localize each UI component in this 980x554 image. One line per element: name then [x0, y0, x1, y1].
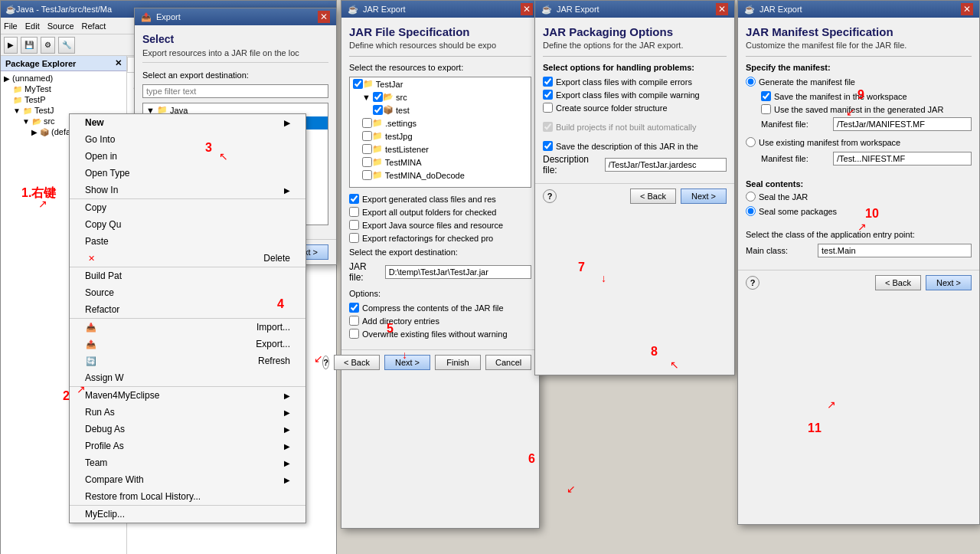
- save-desc-checkbox[interactable]: [543, 141, 553, 151]
- help-icon[interactable]: ?: [543, 189, 557, 203]
- dialog-jar-manifest-close[interactable]: ✕: [961, 3, 973, 15]
- ctx-copy[interactable]: Copy: [70, 198, 305, 216]
- tree-testjpg[interactable]: 📁 testJpg: [350, 129, 531, 143]
- export-class-checkbox[interactable]: [349, 194, 359, 204]
- compress-checkbox[interactable]: [349, 303, 359, 313]
- use-saved-manifest-checkbox[interactable]: [761, 104, 771, 114]
- menu-edit[interactable]: Edit: [25, 21, 40, 31]
- dialog-jar-spec-close[interactable]: ✕: [521, 3, 533, 15]
- build-projects-checkbox[interactable]: [543, 122, 553, 132]
- ctx-myeclipse[interactable]: MyEclip...: [70, 505, 305, 523]
- testmina-checkbox[interactable]: [362, 157, 372, 167]
- use-existing-manifest-radio[interactable]: [746, 137, 756, 147]
- ctx-run-as[interactable]: Run As ▶: [70, 404, 305, 421]
- toolbar-btn-3[interactable]: ⚙: [41, 37, 55, 54]
- create-source-checkbox[interactable]: [543, 103, 553, 113]
- ctx-go-into[interactable]: Go Into: [70, 131, 305, 148]
- dialog-select-filter[interactable]: [142, 84, 328, 98]
- tree-item-testp[interactable]: 📁 TestP: [2, 94, 125, 105]
- ctx-profile-as[interactable]: Profile As ▶: [70, 438, 305, 454]
- ctx-open-type[interactable]: Open Type: [70, 165, 305, 182]
- export-compile-errors-checkbox[interactable]: [543, 77, 553, 87]
- ctx-copy-qu[interactable]: Copy Qu: [70, 216, 305, 233]
- dialog-jar-packaging-next[interactable]: Next >: [681, 188, 727, 204]
- desc-file-input[interactable]: [605, 158, 727, 172]
- ctx-build-pat[interactable]: Build Pat: [70, 267, 305, 284]
- ctx-refresh[interactable]: 🔄 Refresh: [70, 352, 305, 369]
- export-compile-warnings-checkbox[interactable]: [543, 90, 553, 100]
- dialog-jar-spec-title: JAR Export: [363, 5, 406, 14]
- dialog-jar-manifest-footer: ? < Back Next >: [738, 270, 979, 295]
- settings-checkbox[interactable]: [362, 118, 372, 128]
- export-java-checkbox[interactable]: [349, 220, 359, 230]
- seal-jar-radio[interactable]: [746, 192, 756, 202]
- tree-testjar[interactable]: 📁 TestJar: [350, 77, 531, 90]
- tree-src[interactable]: ▼ 📂 src: [350, 90, 531, 103]
- help-icon[interactable]: ?: [746, 276, 760, 290]
- tree-testmina-decode[interactable]: 📁 TestMINA_doDecode: [350, 169, 531, 182]
- testminadecode-checkbox[interactable]: [362, 170, 372, 180]
- menu-source[interactable]: Source: [47, 21, 74, 31]
- ctx-new[interactable]: New ▶: [70, 114, 305, 131]
- pkg-close-icon[interactable]: ✕: [115, 58, 122, 68]
- tree-mytest-label: MyTest: [24, 84, 51, 93]
- pkg-icon: 📦: [40, 128, 49, 136]
- ctx-show-in[interactable]: Show In ▶: [70, 182, 305, 198]
- dialog-jar-manifest-next[interactable]: Next >: [926, 275, 972, 290]
- tree-test[interactable]: 📦 test: [350, 103, 531, 116]
- arrow-icon: ▶: [284, 186, 290, 195]
- ctx-import[interactable]: 📥 Import...: [70, 318, 305, 336]
- ctx-compare-with[interactable]: Compare With ▶: [70, 471, 305, 488]
- ctx-open-in[interactable]: Open in: [70, 148, 305, 165]
- testjpg-checkbox[interactable]: [362, 131, 372, 141]
- toolbar-btn-4[interactable]: 🔧: [58, 37, 75, 54]
- ctx-maven[interactable]: Maven4MyEclipse ▶: [70, 386, 305, 404]
- add-dir-checkbox[interactable]: [349, 316, 359, 326]
- export-refactoring-checkbox[interactable]: [349, 233, 359, 243]
- dialog-select-close[interactable]: ✕: [318, 11, 330, 23]
- src-checkbox[interactable]: [373, 92, 383, 102]
- seal-packages-radio[interactable]: [746, 206, 756, 216]
- dialog-jar-packaging-close[interactable]: ✕: [716, 3, 728, 15]
- dialog-jar-spec: ☕ JAR Export ✕ JAR File Specification De…: [341, 0, 540, 529]
- ctx-restore[interactable]: Restore from Local History...: [70, 488, 305, 505]
- jar-spec-tree[interactable]: 📁 TestJar ▼ 📂 src 📦 test 📁 .settings 📁 t…: [349, 77, 531, 188]
- export-all-checkbox[interactable]: [349, 207, 359, 217]
- menu-file[interactable]: File: [4, 21, 18, 31]
- toolbar-btn-1[interactable]: ▶: [4, 37, 18, 54]
- tree-item-unnamed[interactable]: ▶ (unnamed): [2, 73, 125, 84]
- generate-manifest-label: Generate the manifest file: [759, 77, 855, 87]
- save-manifest-row: Save the manifest in the workspace: [761, 91, 972, 101]
- toolbar-btn-2[interactable]: 💾: [21, 37, 38, 54]
- manifest-file-2-input[interactable]: [833, 152, 972, 166]
- testjar-checkbox[interactable]: [353, 79, 363, 89]
- tree-item-mytest[interactable]: 📁 MyTest: [2, 84, 125, 94]
- overwrite-checkbox[interactable]: [349, 329, 359, 339]
- dialog-jar-manifest-back[interactable]: < Back: [875, 275, 921, 290]
- save-manifest-checkbox[interactable]: [761, 91, 771, 101]
- ctx-source[interactable]: Source: [70, 284, 305, 301]
- test-checkbox[interactable]: [373, 105, 383, 115]
- dialog-jar-spec-next[interactable]: Next >: [384, 355, 430, 370]
- manifest-file-1-input[interactable]: [833, 117, 972, 131]
- ctx-refactor[interactable]: Refactor: [70, 301, 305, 318]
- dialog-jar-packaging-back[interactable]: < Back: [630, 188, 676, 204]
- ctx-assign-w[interactable]: Assign W: [70, 369, 305, 386]
- tree-settings[interactable]: 📁 .settings: [350, 116, 531, 129]
- testlistener-checkbox[interactable]: [362, 144, 372, 154]
- main-class-input[interactable]: [818, 244, 972, 257]
- menu-refact[interactable]: Refact: [82, 21, 106, 31]
- ctx-paste[interactable]: Paste: [70, 233, 305, 250]
- jar-file-input[interactable]: [385, 265, 531, 279]
- tree-testlistener[interactable]: 📁 testListener: [350, 143, 531, 156]
- help-icon[interactable]: ?: [322, 356, 329, 369]
- ctx-delete[interactable]: ✕ Delete: [70, 250, 305, 267]
- ctx-export[interactable]: 📤 Export...: [70, 336, 305, 352]
- tree-testmina[interactable]: 📁 TestMINA: [350, 156, 531, 169]
- dialog-jar-spec-back[interactable]: < Back: [334, 355, 380, 370]
- ctx-debug-as[interactable]: Debug As ▶: [70, 421, 305, 438]
- dialog-jar-spec-finish[interactable]: Finish: [435, 355, 481, 370]
- ctx-team[interactable]: Team ▶: [70, 454, 305, 471]
- generate-manifest-radio[interactable]: [746, 77, 756, 87]
- dialog-jar-spec-cancel[interactable]: Cancel: [485, 355, 531, 370]
